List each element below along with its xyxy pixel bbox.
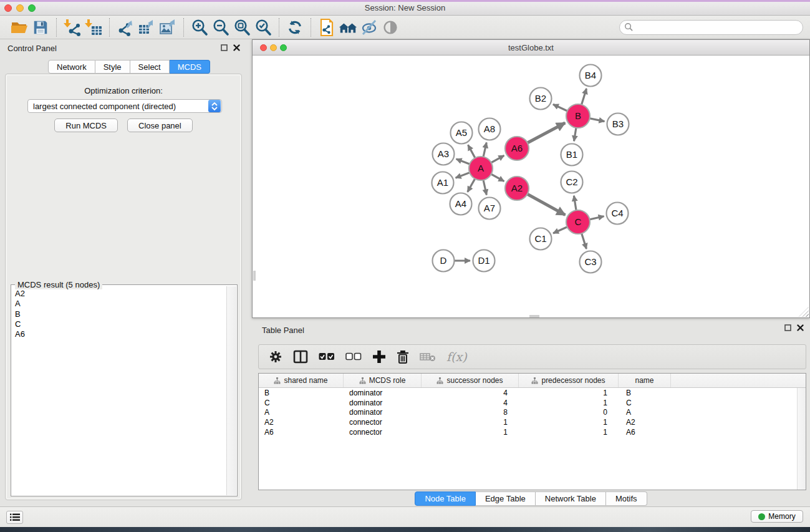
save-icon	[32, 19, 49, 36]
table-settings-button[interactable]	[269, 349, 282, 364]
import-network-icon	[63, 18, 82, 37]
tab-mcds[interactable]: MCDS	[170, 60, 210, 74]
deselect-all-button[interactable]	[345, 349, 362, 364]
splitter-grip-icon[interactable]	[529, 315, 539, 317]
refresh-layout-button[interactable]	[284, 17, 306, 37]
table-cell: A2	[259, 418, 344, 427]
task-history-button[interactable]	[6, 511, 23, 524]
table-cell: B	[619, 389, 671, 397]
splitter-grip-icon[interactable]	[253, 271, 256, 281]
search-input[interactable]	[634, 22, 803, 33]
memory-button[interactable]: Memory	[751, 510, 803, 523]
table-cell: B	[259, 389, 344, 397]
zoom-selected-icon	[254, 18, 272, 37]
node-label-A3: A3	[438, 148, 449, 159]
delete-column-button[interactable]	[397, 349, 409, 364]
table-row[interactable]: Cdominator41C	[259, 398, 797, 408]
column-header-successor-nodes[interactable]: successor nodes	[422, 374, 519, 387]
import-network-button[interactable]	[62, 17, 83, 37]
mcds-result-scrollbar[interactable]	[226, 286, 236, 495]
export-network-button[interactable]	[115, 17, 136, 37]
toggle-column-button[interactable]	[293, 349, 308, 364]
mcds-result-item[interactable]: C	[15, 319, 226, 329]
node-label-B: B	[575, 110, 581, 121]
mcds-result-item[interactable]: A	[15, 299, 226, 309]
close-panel-icon[interactable]	[233, 44, 240, 51]
desktop-background	[0, 527, 810, 532]
unchecked-boxes-icon	[345, 352, 362, 361]
node-label-B1: B1	[566, 149, 577, 160]
table-scrollbar[interactable]	[797, 388, 806, 490]
float-panel-icon[interactable]	[784, 324, 791, 331]
table-cell: 1	[519, 418, 619, 427]
run-mcds-button[interactable]: Run MCDS	[54, 118, 118, 132]
mcds-result-item[interactable]: A2	[15, 289, 226, 299]
export-network-icon	[116, 18, 135, 37]
toolbar-separator	[311, 18, 311, 37]
table-row[interactable]: A2connector11A2	[259, 417, 797, 427]
table-tabs: Node Table Edge Table Network Table Moti…	[252, 491, 810, 506]
tab-edge-table[interactable]: Edge Table	[476, 491, 536, 506]
control-panel: Control Panel Network Style Select MCDS …	[0, 39, 246, 506]
export-table-button[interactable]	[136, 17, 157, 37]
table-cell: 1	[519, 428, 619, 437]
column-label: predecessor nodes	[541, 376, 605, 385]
save-session-button[interactable]	[30, 17, 51, 37]
mcds-result-item[interactable]: A6	[15, 329, 226, 339]
column-header-name[interactable]: name	[619, 374, 671, 387]
network-graph: B4B2BB3A5A8A6B1A3AA1C2A2A4A7C4CC1DD1C3	[253, 56, 809, 317]
close-panel-icon[interactable]	[797, 324, 804, 331]
tab-node-table[interactable]: Node Table	[415, 491, 476, 506]
close-panel-button[interactable]: Close panel	[127, 118, 193, 132]
column-header-mcds-role[interactable]: MCDS role	[344, 374, 422, 387]
column-header-predecessor-nodes[interactable]: predecessor nodes	[519, 374, 619, 387]
zoom-out-icon	[211, 18, 230, 37]
tab-motifs[interactable]: Motifs	[606, 491, 647, 506]
toolbar-separator	[279, 18, 279, 37]
hide-selected-button[interactable]	[359, 17, 380, 37]
zoom-selected-button[interactable]	[253, 17, 274, 37]
network-canvas[interactable]: B4B2BB3A5A8A6B1A3AA1C2A2A4A7C4CC1DD1C3	[253, 56, 809, 317]
import-table-button[interactable]	[83, 17, 104, 37]
graphics-details-button[interactable]	[380, 17, 401, 37]
zoom-in-button[interactable]	[189, 17, 210, 37]
table-row[interactable]: Bdominator41B	[259, 388, 797, 398]
zoom-fit-button[interactable]	[231, 17, 253, 37]
tab-network-table[interactable]: Network Table	[536, 491, 606, 506]
network-from-selection-button[interactable]	[316, 17, 337, 37]
search-field[interactable]	[619, 20, 803, 35]
table-cell: 1	[519, 399, 619, 407]
table-row[interactable]: A6connector11A6	[259, 427, 797, 437]
table-row[interactable]: Adominator80A	[259, 408, 797, 418]
column-header-shared-name[interactable]: shared name	[259, 374, 344, 387]
table-rows: Bdominator41BCdominator41CAdominator80AA…	[259, 388, 797, 490]
table-cell: 0	[519, 408, 619, 417]
node-label-D1: D1	[478, 255, 489, 266]
memory-status-icon	[758, 513, 765, 520]
float-panel-icon[interactable]	[221, 44, 228, 51]
export-image-button[interactable]	[157, 17, 178, 37]
table-cell: C	[619, 399, 671, 407]
attribute-type-icon	[274, 377, 281, 384]
function-builder-button[interactable]: f(x)	[446, 349, 467, 364]
tab-style[interactable]: Style	[95, 60, 130, 74]
tab-select[interactable]: Select	[130, 60, 170, 74]
toolbar-separator	[109, 18, 110, 37]
mcds-panel: Optimization criterion: largest connecte…	[5, 74, 242, 500]
zoom-out-button[interactable]	[210, 17, 231, 37]
table-cell: 4	[422, 399, 519, 407]
optimization-criterion-dropdown[interactable]: largest connected component (directed)	[27, 99, 222, 113]
tab-network[interactable]: Network	[48, 60, 95, 74]
delete-table-button[interactable]	[420, 349, 436, 364]
node-label-C2: C2	[566, 177, 577, 187]
open-session-button[interactable]	[9, 17, 30, 37]
session-title: Session: New Session	[0, 3, 810, 12]
select-all-button[interactable]	[319, 349, 335, 364]
zoom-fit-icon	[233, 18, 251, 37]
mcds-result-list[interactable]: A2ABCA6	[12, 286, 226, 495]
network-view-window: testGlobe.txt B4B2BB3A5A8A6B1A3AA1C2A2A4…	[252, 39, 810, 318]
first-neighbors-icon	[338, 18, 358, 37]
add-column-button[interactable]	[372, 349, 386, 364]
mcds-result-item[interactable]: B	[15, 309, 226, 319]
first-neighbors-button[interactable]	[337, 17, 359, 37]
